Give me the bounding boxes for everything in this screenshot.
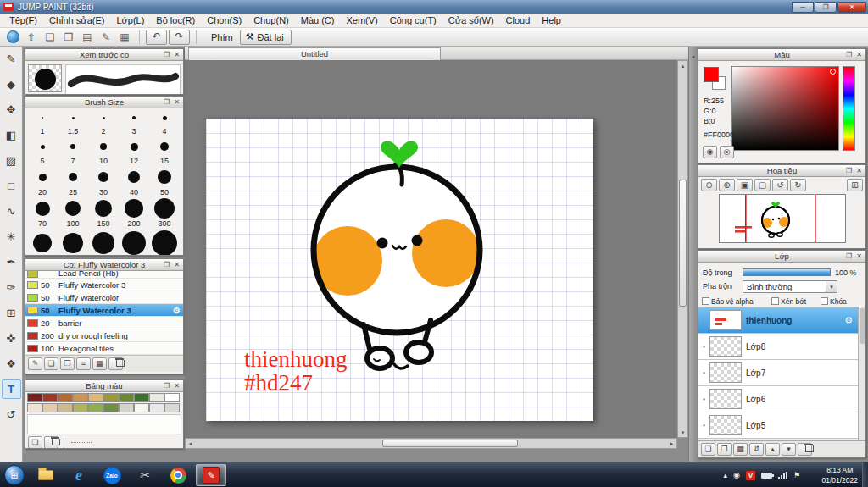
menu-item[interactable]: Chỉnh sửa(E) (43, 14, 110, 26)
network-icon[interactable] (778, 472, 787, 479)
chevron-down-icon[interactable]: ▾ (826, 281, 837, 292)
brush-size-option[interactable]: 150 (88, 197, 119, 229)
menu-item[interactable]: Chọn(S) (201, 14, 248, 26)
panel-header[interactable]: Lớp ❐ ✕ (698, 251, 865, 263)
brush-size-option[interactable]: 10 (88, 136, 119, 166)
layer-row[interactable]: ● Lớp5 (698, 412, 858, 439)
delete-brush-button[interactable] (108, 357, 123, 370)
menu-item[interactable]: Tệp(F) (3, 14, 43, 26)
popout-icon[interactable]: ❐ (162, 50, 171, 59)
brush-size-option[interactable]: 50 (149, 166, 180, 197)
brush-size-option[interactable]: 300 (149, 197, 180, 229)
palette-swatch[interactable] (103, 403, 119, 412)
vertical-scroll-thumb[interactable] (679, 180, 687, 307)
tool-rotate[interactable]: ↺ (2, 405, 21, 424)
palette-swatch[interactable] (58, 403, 73, 412)
menu-item[interactable]: Chụp(N) (248, 14, 295, 26)
brush-size-option[interactable] (149, 229, 180, 256)
palette-swatch[interactable] (88, 403, 103, 412)
visibility-icon[interactable]: ● (698, 423, 709, 428)
tool-hand[interactable]: ❖ (2, 354, 21, 374)
popout-icon[interactable]: ❐ (162, 97, 171, 107)
palette-swatch[interactable] (73, 393, 88, 402)
layer-up-button[interactable]: ▴ (765, 443, 780, 456)
brush-menu-button[interactable]: ≡ (76, 357, 91, 370)
brush-size-option[interactable]: 12 (119, 136, 149, 166)
taskbar-jump-paint[interactable]: ✎ (196, 464, 226, 486)
visibility-icon[interactable]: ● (698, 396, 709, 401)
canvas-viewport[interactable]: thienhuong #hd247 (185, 60, 688, 438)
brush-tip-thumbnail[interactable] (28, 64, 62, 92)
grid-icon[interactable]: ▦ (116, 30, 133, 45)
layer-row-selected[interactable]: ● thienhuong ⚙ (698, 307, 858, 334)
taskbar-zalo[interactable]: Zalo (97, 464, 127, 486)
tool-move[interactable]: ✥ (2, 100, 21, 119)
maximize-button[interactable]: ❐ (815, 2, 837, 13)
palette-swatch[interactable] (42, 393, 58, 402)
brush-size-option[interactable]: 2 (88, 108, 119, 136)
close-icon[interactable]: ✕ (854, 50, 864, 59)
close-icon[interactable]: ✕ (854, 252, 864, 261)
brush-size-option[interactable]: 100 (58, 197, 88, 229)
brush-size-option[interactable]: 40 (119, 166, 149, 197)
visibility-icon[interactable]: ● (698, 370, 709, 375)
palette-swatch[interactable] (27, 393, 42, 402)
taskbar-chrome[interactable] (163, 464, 193, 486)
menu-item[interactable]: Công cụ(T) (384, 14, 442, 26)
palette-swatch[interactable] (42, 403, 58, 412)
palette-swatch[interactable] (103, 393, 119, 402)
layer-scroll-thumb[interactable] (860, 308, 865, 344)
layer-down-button[interactable]: ▾ (782, 443, 796, 456)
horizontal-scroll-thumb[interactable] (382, 440, 518, 447)
panel-splitter[interactable]: ◂ (688, 47, 697, 462)
menu-item[interactable]: Help (536, 14, 567, 26)
taskbar-internet-explorer[interactable]: e (64, 464, 94, 486)
palette-swatch[interactable] (149, 403, 164, 412)
brush-folder-button[interactable]: ▦ (92, 357, 107, 370)
merge-down-button[interactable]: ⇵ (749, 443, 764, 456)
reset-view-button[interactable]: ⊞ (847, 179, 863, 191)
menu-item[interactable]: Cửa sổ(W) (442, 14, 500, 26)
brush-size-option[interactable]: 3 (119, 108, 149, 136)
new-palette-color-button[interactable]: ❏ (28, 436, 42, 449)
brush-size-option[interactable]: 20 (27, 166, 58, 197)
zoom-out-button[interactable]: ⊖ (701, 179, 717, 191)
comment-icon[interactable]: ❏ (42, 30, 58, 45)
taskbar-snipping-tool[interactable]: ✂ (130, 464, 160, 486)
drawing-canvas[interactable]: thienhuong #hd247 (206, 119, 593, 421)
zoom-in-button[interactable]: ⊕ (719, 179, 735, 191)
edit-brush-button[interactable]: ✎ (28, 357, 42, 370)
palette-swatch[interactable] (119, 393, 134, 402)
brush-color-icon[interactable] (4, 30, 21, 45)
palette-swatch[interactable] (88, 393, 103, 402)
gear-icon[interactable]: ⚙ (844, 315, 853, 326)
new-brush-button[interactable]: ❏ (44, 357, 58, 370)
brush-size-option[interactable]: 30 (88, 166, 119, 197)
tool-text[interactable]: T (2, 379, 21, 399)
brush-size-option[interactable]: 1.5 (58, 108, 88, 136)
close-icon[interactable]: ✕ (172, 381, 181, 390)
delete-palette-color-button[interactable] (44, 436, 58, 449)
visibility-icon[interactable]: ● (698, 318, 709, 323)
horizontal-scrollbar[interactable]: ◂ ▸ (185, 438, 677, 449)
brush-item[interactable]: 20 barrier (25, 317, 183, 329)
palette-swatch[interactable] (164, 403, 180, 412)
close-icon[interactable]: ✕ (172, 260, 181, 269)
palette-swatch[interactable] (164, 393, 180, 402)
start-button[interactable]: ⊞ (4, 465, 25, 485)
brush-item[interactable]: Lead Pencil (Hb) (25, 271, 183, 279)
tool-magic-wand[interactable]: ✳ (2, 227, 21, 246)
scroll-right-arrow[interactable]: ▸ (667, 439, 676, 448)
tool-divide[interactable]: ⊞ (2, 303, 21, 323)
battery-icon[interactable] (761, 473, 772, 479)
panel-header[interactable]: Brush Size ❐ ✕ (25, 97, 183, 108)
layer-row[interactable]: ● Lớp7 (698, 360, 858, 386)
brush-item[interactable]: 100 Hexagonal tiles (25, 342, 183, 355)
close-icon[interactable]: ✕ (172, 50, 181, 59)
tool-select-rect[interactable]: □ (2, 176, 21, 196)
menu-item[interactable]: Xem(V) (340, 14, 383, 26)
popout-icon[interactable]: ❐ (844, 50, 854, 59)
delete-layer-button[interactable] (798, 443, 812, 456)
color-compare-button[interactable]: ◎ (720, 146, 734, 158)
palette-swatch[interactable] (119, 403, 134, 412)
